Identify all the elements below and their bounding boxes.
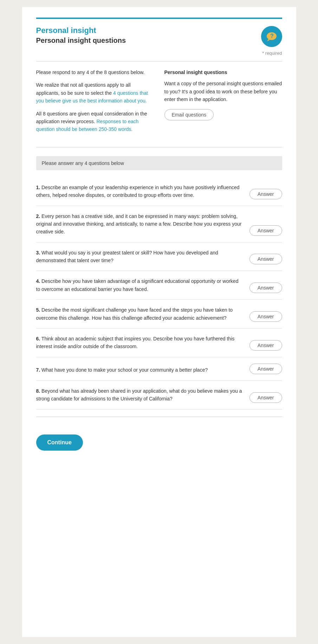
answer-button-5[interactable]: Answer bbox=[249, 311, 282, 322]
header-titles: Personal insight Personal insight questi… bbox=[36, 26, 126, 45]
question-text-7: 7. What have you done to make your schoo… bbox=[36, 366, 249, 374]
answer-button-6[interactable]: Answer bbox=[249, 340, 282, 351]
questions-list: 1. Describe an example of your leadershi… bbox=[36, 177, 282, 410]
required-text: * required bbox=[36, 51, 282, 56]
question-item-4: 4. Describe how you have taken advantage… bbox=[36, 271, 282, 300]
email-questions-button[interactable]: Email questions bbox=[164, 109, 214, 120]
question-row-5: 5. Describe the most significant challen… bbox=[36, 306, 282, 322]
answer-button-4[interactable]: Answer bbox=[249, 283, 282, 293]
question-number-4: 4. bbox=[36, 278, 40, 284]
info-section: Please respond to any 4 of the 8 questio… bbox=[36, 68, 282, 147]
question-row-7: 7. What have you done to make your schoo… bbox=[36, 364, 282, 374]
page-container: Personal insight Personal insight questi… bbox=[22, 7, 296, 637]
info-right-body: Want a copy of the personal insight ques… bbox=[164, 80, 282, 103]
header-row: Personal insight Personal insight questi… bbox=[36, 26, 282, 47]
question-number-3: 3. bbox=[36, 250, 40, 255]
question-number-7: 7. bbox=[36, 367, 40, 373]
question-row-4: 4. Describe how you have taken advantage… bbox=[36, 277, 282, 293]
svg-text:?: ? bbox=[270, 33, 274, 39]
question-row-2: 2. Every person has a creative side, and… bbox=[36, 212, 282, 236]
question-text-5: 5. Describe the most significant challen… bbox=[36, 306, 249, 322]
top-border bbox=[36, 18, 282, 19]
header-divider bbox=[36, 61, 282, 61]
answer-button-1[interactable]: Answer bbox=[249, 189, 282, 199]
info-left: Please respond to any 4 of the 8 questio… bbox=[36, 68, 154, 138]
continue-button[interactable]: Continue bbox=[36, 434, 83, 451]
question-row-6: 6. Think about an academic subject that … bbox=[36, 335, 282, 351]
section-subtitle: Personal insight questions bbox=[36, 36, 126, 45]
question-item-5: 5. Describe the most significant challen… bbox=[36, 300, 282, 328]
question-item-6: 6. Think about an academic subject that … bbox=[36, 328, 282, 357]
question-item-8: 8. Beyond what has already been shared i… bbox=[36, 381, 282, 410]
question-number-1: 1. bbox=[36, 185, 40, 190]
question-number-2: 2. bbox=[36, 213, 40, 219]
question-text-2: 2. Every person has a creative side, and… bbox=[36, 212, 249, 236]
question-row-8: 8. Beyond what has already been shared i… bbox=[36, 387, 282, 403]
info-right-title: Personal insight questions bbox=[164, 68, 282, 76]
question-text-6: 6. Think about an academic subject that … bbox=[36, 335, 249, 351]
answer-button-7[interactable]: Answer bbox=[249, 364, 282, 374]
questions-header-bar: Please answer any 4 questions below bbox=[36, 156, 282, 170]
info-right: Personal insight questions Want a copy o… bbox=[164, 68, 282, 138]
question-row-3: 3. What would you say is your greatest t… bbox=[36, 249, 282, 265]
info-para3: All 8 questions are given equal consider… bbox=[36, 110, 154, 133]
question-item-7: 7. What have you done to make your schoo… bbox=[36, 357, 282, 381]
question-row-1: 1. Describe an example of your leadershi… bbox=[36, 184, 282, 199]
question-number-6: 6. bbox=[36, 336, 40, 341]
info-para2: We realize that not all questions apply … bbox=[36, 81, 154, 105]
question-mark-icon: ? bbox=[261, 26, 282, 47]
answer-button-2[interactable]: Answer bbox=[249, 225, 282, 236]
answer-button-3[interactable]: Answer bbox=[249, 254, 282, 264]
question-item-2: 2. Every person has a creative side, and… bbox=[36, 206, 282, 243]
answer-button-8[interactable]: Answer bbox=[249, 392, 282, 403]
info-para1: Please respond to any 4 of the 8 questio… bbox=[36, 68, 154, 76]
question-text-3: 3. What would you say is your greatest t… bbox=[36, 249, 249, 265]
question-item-3: 3. What would you say is your greatest t… bbox=[36, 243, 282, 271]
question-item-1: 1. Describe an example of your leadershi… bbox=[36, 177, 282, 206]
question-number-8: 8. bbox=[36, 388, 40, 394]
question-number-5: 5. bbox=[36, 307, 40, 313]
question-text-8: 8. Beyond what has already been shared i… bbox=[36, 387, 249, 403]
question-text-4: 4. Describe how you have taken advantage… bbox=[36, 277, 249, 293]
section-label: Personal insight bbox=[36, 26, 126, 35]
bottom-divider bbox=[36, 417, 282, 417]
question-text-1: 1. Describe an example of your leadershi… bbox=[36, 184, 249, 199]
